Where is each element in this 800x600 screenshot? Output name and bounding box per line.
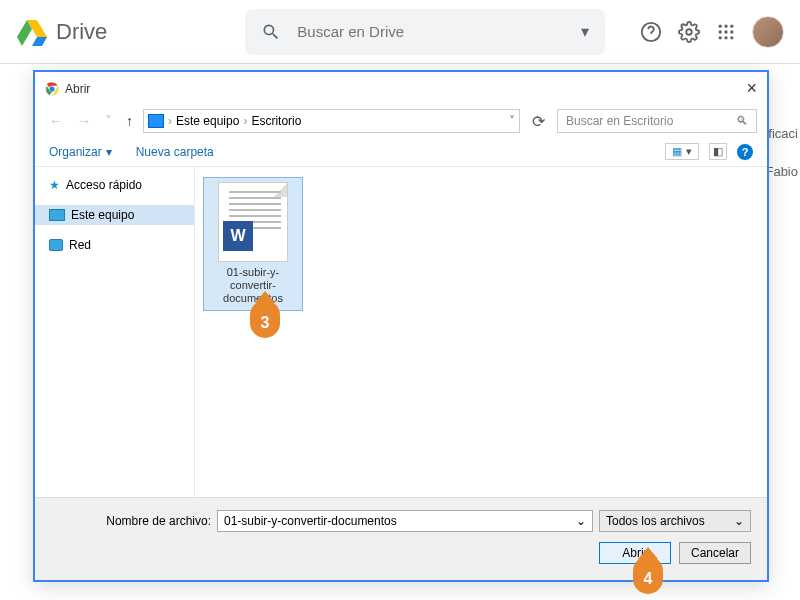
svg-point-12 <box>49 86 54 91</box>
file-list[interactable]: W 01-subir-y-convertir-documentos <box>195 167 767 497</box>
svg-point-8 <box>719 36 722 39</box>
file-thumbnail: W <box>218 182 288 262</box>
up-icon[interactable]: ↑ <box>122 111 137 131</box>
chevron-right-icon: › <box>168 114 172 128</box>
back-icon[interactable]: ← <box>45 111 67 131</box>
word-icon: W <box>223 221 253 251</box>
bg-text: ificaci <box>765 126 798 141</box>
help-icon[interactable] <box>640 21 662 43</box>
chevron-right-icon: › <box>243 114 247 128</box>
pc-icon <box>49 209 65 221</box>
cancel-button[interactable]: Cancelar <box>679 542 751 564</box>
callout-3: 3 <box>250 300 280 338</box>
gear-icon[interactable] <box>678 21 700 43</box>
dialog-toolbar: Organizar ▾ Nueva carpeta ▦ ▾ ◧ ? <box>35 137 767 167</box>
drive-header: Drive ▾ <box>0 0 800 64</box>
file-open-dialog: Abrir × ← → ˅ ↑ › Este equipo › Escritor… <box>33 70 769 582</box>
nav-row: ← → ˅ ↑ › Este equipo › Escritorio ˅ ⟳ B… <box>35 105 767 137</box>
search-placeholder: Buscar en Escritorio <box>566 114 673 128</box>
file-name: 01-subir-y-convertir-documentos <box>208 266 298 306</box>
preview-button[interactable]: ◧ <box>709 143 727 160</box>
filename-label: Nombre de archivo: <box>51 514 211 528</box>
avatar[interactable] <box>752 16 784 48</box>
organize-button[interactable]: Organizar ▾ <box>49 145 112 159</box>
svg-point-5 <box>719 30 722 33</box>
close-icon[interactable]: × <box>746 78 757 99</box>
dialog-search-input[interactable]: Buscar en Escritorio 🔍︎ <box>557 109 757 133</box>
chevron-down-icon: ▾ <box>106 145 112 159</box>
chevron-down-icon[interactable]: ˅ <box>509 114 515 128</box>
bg-text: Fabio <box>765 164 798 179</box>
filename-input[interactable]: 01-subir-y-convertir-documentos ⌄ <box>217 510 593 532</box>
chevron-down-icon: ⌄ <box>734 514 744 528</box>
dialog-title: Abrir <box>65 82 90 96</box>
svg-point-7 <box>730 30 733 33</box>
svg-point-3 <box>724 24 727 27</box>
drive-icon <box>16 16 48 48</box>
search-input[interactable] <box>297 23 565 40</box>
new-folder-button[interactable]: Nueva carpeta <box>136 145 214 159</box>
svg-point-2 <box>719 24 722 27</box>
breadcrumb-current[interactable]: Escritorio <box>251 114 301 128</box>
svg-point-1 <box>686 29 692 35</box>
search-icon <box>261 22 281 42</box>
dialog-titlebar: Abrir × <box>35 72 767 105</box>
file-item[interactable]: W 01-subir-y-convertir-documentos <box>203 177 303 311</box>
apps-icon[interactable] <box>716 22 736 42</box>
view-mode-button[interactable]: ▦ ▾ <box>665 143 699 160</box>
svg-point-6 <box>724 30 727 33</box>
search-box[interactable]: ▾ <box>245 9 605 55</box>
svg-point-10 <box>730 36 733 39</box>
drive-logo[interactable]: Drive <box>16 16 107 48</box>
forward-icon: → <box>73 111 95 131</box>
dropdown-icon[interactable]: ▾ <box>581 22 589 41</box>
folder-tree: ★ Acceso rápido Este equipo Red <box>35 167 195 497</box>
chevron-down-icon[interactable]: ⌄ <box>576 514 586 528</box>
breadcrumb[interactable]: › Este equipo › Escritorio ˅ <box>143 109 520 133</box>
svg-point-4 <box>730 24 733 27</box>
star-icon: ★ <box>49 178 60 192</box>
chevron-down-icon[interactable]: ˅ <box>101 111 116 131</box>
open-button[interactable]: Abrir <box>599 542 671 564</box>
network-icon <box>49 239 63 251</box>
pc-icon <box>148 114 164 128</box>
breadcrumb-root[interactable]: Este equipo <box>176 114 239 128</box>
search-icon: 🔍︎ <box>736 114 748 128</box>
app-title: Drive <box>56 19 107 45</box>
filetype-select[interactable]: Todos los archivos ⌄ <box>599 510 751 532</box>
svg-point-9 <box>724 36 727 39</box>
dialog-content: ★ Acceso rápido Este equipo Red W 01-sub… <box>35 167 767 497</box>
tree-quick-access[interactable]: ★ Acceso rápido <box>35 175 194 195</box>
chrome-icon <box>45 82 59 96</box>
tree-network[interactable]: Red <box>35 235 194 255</box>
tree-this-pc[interactable]: Este equipo <box>35 205 194 225</box>
refresh-icon[interactable]: ⟳ <box>526 112 551 131</box>
callout-4: 4 <box>633 556 663 594</box>
help-icon[interactable]: ? <box>737 144 753 160</box>
